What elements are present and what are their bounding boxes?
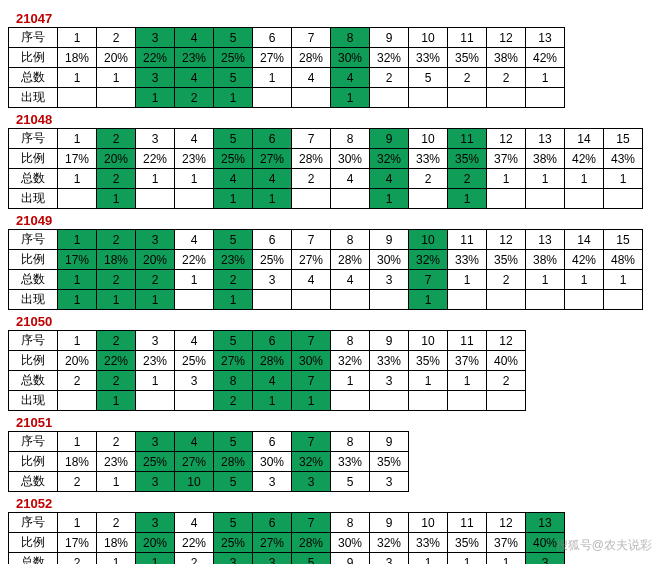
data-cell[interactable]: 2	[58, 472, 97, 492]
data-cell[interactable]	[292, 290, 331, 310]
data-cell[interactable]	[136, 391, 175, 411]
data-cell[interactable]: 3	[370, 270, 409, 290]
data-cell[interactable]: 13	[526, 129, 565, 149]
data-cell[interactable]: 2	[97, 28, 136, 48]
data-cell[interactable]: 1	[214, 290, 253, 310]
data-cell[interactable]: 2	[97, 331, 136, 351]
data-cell[interactable]: 2	[448, 68, 487, 88]
data-cell[interactable]	[604, 189, 643, 209]
data-cell[interactable]: 25%	[175, 351, 214, 371]
data-cell[interactable]: 37%	[448, 351, 487, 371]
data-cell[interactable]: 1	[175, 169, 214, 189]
data-cell[interactable]: 18%	[58, 48, 97, 68]
data-cell[interactable]: 32%	[370, 48, 409, 68]
data-cell[interactable]: 1	[448, 553, 487, 565]
data-cell[interactable]: 3	[253, 472, 292, 492]
data-cell[interactable]: 25%	[214, 533, 253, 553]
data-cell[interactable]	[331, 189, 370, 209]
data-cell[interactable]: 9	[370, 513, 409, 533]
data-cell[interactable]: 20%	[136, 533, 175, 553]
data-cell[interactable]: 7	[292, 432, 331, 452]
data-cell[interactable]: 23%	[175, 149, 214, 169]
data-cell[interactable]: 10	[409, 230, 448, 250]
data-cell[interactable]: 4	[331, 68, 370, 88]
data-cell[interactable]: 15	[604, 230, 643, 250]
data-cell[interactable]: 6	[253, 28, 292, 48]
data-cell[interactable]: 30%	[331, 149, 370, 169]
data-cell[interactable]: 3	[136, 129, 175, 149]
data-cell[interactable]: 4	[175, 68, 214, 88]
data-cell[interactable]: 37%	[487, 533, 526, 553]
data-cell[interactable]: 2	[448, 169, 487, 189]
data-cell[interactable]: 1	[253, 189, 292, 209]
data-cell[interactable]: 13	[526, 513, 565, 533]
data-cell[interactable]	[331, 290, 370, 310]
data-cell[interactable]: 2	[409, 169, 448, 189]
data-cell[interactable]: 3	[136, 230, 175, 250]
data-cell[interactable]: 2	[97, 169, 136, 189]
data-cell[interactable]: 33%	[409, 48, 448, 68]
data-cell[interactable]: 17%	[58, 149, 97, 169]
data-cell[interactable]: 4	[292, 68, 331, 88]
data-cell[interactable]: 4	[292, 270, 331, 290]
data-cell[interactable]	[526, 88, 565, 108]
data-cell[interactable]	[292, 88, 331, 108]
data-cell[interactable]: 1	[97, 68, 136, 88]
data-cell[interactable]: 35%	[487, 250, 526, 270]
data-cell[interactable]: 7	[292, 129, 331, 149]
data-cell[interactable]: 3	[253, 270, 292, 290]
data-cell[interactable]: 37%	[487, 149, 526, 169]
data-cell[interactable]	[175, 290, 214, 310]
data-cell[interactable]: 1	[487, 169, 526, 189]
data-cell[interactable]	[526, 290, 565, 310]
data-cell[interactable]: 8	[331, 331, 370, 351]
data-cell[interactable]: 1	[58, 270, 97, 290]
data-cell[interactable]: 8	[214, 371, 253, 391]
data-cell[interactable]	[58, 189, 97, 209]
data-cell[interactable]	[487, 189, 526, 209]
data-cell[interactable]: 38%	[487, 48, 526, 68]
data-cell[interactable]: 1	[526, 169, 565, 189]
data-cell[interactable]	[409, 88, 448, 108]
data-cell[interactable]	[604, 290, 643, 310]
data-cell[interactable]: 1	[370, 189, 409, 209]
data-cell[interactable]	[526, 189, 565, 209]
data-cell[interactable]	[136, 189, 175, 209]
data-cell[interactable]: 22%	[136, 48, 175, 68]
data-cell[interactable]	[448, 88, 487, 108]
data-cell[interactable]: 42%	[526, 48, 565, 68]
data-cell[interactable]	[175, 391, 214, 411]
data-cell[interactable]: 8	[331, 230, 370, 250]
data-cell[interactable]: 2	[97, 270, 136, 290]
data-cell[interactable]	[58, 391, 97, 411]
data-cell[interactable]: 15	[604, 129, 643, 149]
data-cell[interactable]: 38%	[526, 250, 565, 270]
data-cell[interactable]: 32%	[370, 149, 409, 169]
data-cell[interactable]: 10	[409, 513, 448, 533]
data-cell[interactable]: 42%	[565, 250, 604, 270]
data-cell[interactable]: 22%	[175, 250, 214, 270]
data-cell[interactable]: 11	[448, 331, 487, 351]
data-cell[interactable]: 32%	[370, 533, 409, 553]
data-cell[interactable]: 27%	[253, 533, 292, 553]
data-cell[interactable]: 6	[253, 129, 292, 149]
data-cell[interactable]	[58, 88, 97, 108]
data-cell[interactable]: 35%	[409, 351, 448, 371]
data-cell[interactable]: 3	[136, 28, 175, 48]
data-cell[interactable]: 1	[253, 391, 292, 411]
data-cell[interactable]: 2	[97, 230, 136, 250]
data-cell[interactable]: 4	[175, 28, 214, 48]
data-cell[interactable]	[175, 189, 214, 209]
data-cell[interactable]: 2	[214, 391, 253, 411]
data-cell[interactable]: 8	[331, 432, 370, 452]
data-cell[interactable]: 5	[214, 513, 253, 533]
data-cell[interactable]: 23%	[97, 452, 136, 472]
data-cell[interactable]: 17%	[58, 533, 97, 553]
data-cell[interactable]: 20%	[97, 149, 136, 169]
data-cell[interactable]: 32%	[292, 452, 331, 472]
data-cell[interactable]: 7	[292, 331, 331, 351]
data-cell[interactable]: 2	[214, 270, 253, 290]
data-cell[interactable]: 1	[448, 270, 487, 290]
data-cell[interactable]: 13	[526, 230, 565, 250]
data-cell[interactable]: 1	[136, 88, 175, 108]
